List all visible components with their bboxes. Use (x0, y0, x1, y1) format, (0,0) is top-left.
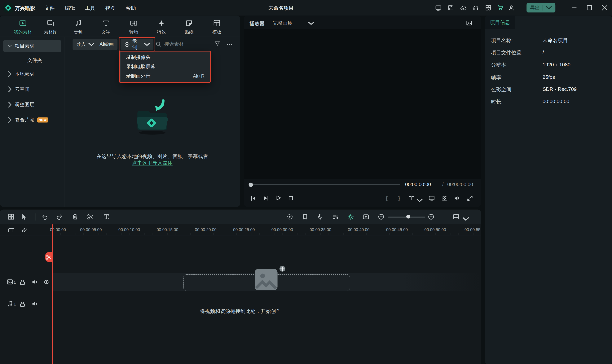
second-monitor-icon[interactable] (429, 195, 435, 201)
ruler-label: 00:00:20:00 (195, 227, 217, 232)
cart-icon[interactable] (496, 3, 505, 12)
media-panel: 我的素材 素材库 音频 文字 转场 特效 贴纸 模板 项目素材 文件夹 本地素材 (0, 16, 240, 207)
display-device-icon[interactable] (434, 3, 443, 12)
chevron-down-icon[interactable] (417, 197, 423, 204)
sidebar-item-project-media[interactable]: 项目素材 (3, 40, 61, 52)
menu-item-help[interactable]: 帮助 (126, 5, 136, 12)
sidebar-item-cloud-space[interactable]: 云空间 (3, 84, 61, 95)
tab-my-media[interactable]: 我的素材 (9, 16, 37, 37)
filter-icon[interactable] (214, 40, 221, 47)
tab-text[interactable]: 文字 (92, 16, 120, 37)
menu-item-view[interactable]: 视图 (105, 5, 116, 12)
tab-stickers[interactable]: 贴纸 (175, 16, 203, 37)
sidebar-item-folder[interactable]: 文件夹 (3, 55, 61, 65)
previous-frame-button[interactable] (250, 195, 257, 201)
zoom-in-icon[interactable] (428, 213, 434, 220)
template-icon (213, 20, 221, 27)
playhead-line[interactable] (52, 224, 52, 364)
current-time: 00:00:00:00 (405, 182, 431, 187)
audio-mixer-icon[interactable] (332, 213, 339, 220)
playback-progress-handle[interactable] (249, 183, 253, 187)
keyframe-icon[interactable] (363, 213, 369, 220)
sidebar-item-compound-clip[interactable]: 复合片段 NEW (3, 114, 61, 126)
render-preview-icon[interactable] (286, 213, 293, 220)
delete-icon[interactable] (72, 213, 78, 220)
menu-item-record-camera[interactable]: 录制摄像头 (120, 52, 210, 62)
link-clips-icon[interactable] (21, 227, 28, 233)
more-options-icon[interactable] (226, 41, 233, 48)
menu-item-record-screen[interactable]: 录制电脑屏幕 (120, 62, 210, 71)
record-button[interactable]: 录制 (120, 39, 153, 50)
import-media-link[interactable]: 点击这里导入媒体 (132, 160, 172, 166)
minimize-button[interactable] (568, 3, 580, 13)
search-input[interactable] (164, 41, 200, 47)
maximize-button[interactable] (584, 3, 595, 13)
playback-progress-track[interactable] (250, 184, 400, 185)
ruler-ticks (52, 233, 481, 235)
playhead-scissors-handle[interactable] (45, 252, 52, 262)
track-manager-icon[interactable] (453, 213, 459, 220)
mark-in-icon[interactable]: { (386, 195, 388, 201)
lock-track-icon[interactable] (19, 301, 26, 308)
support-headset-icon[interactable] (472, 3, 480, 12)
import-button[interactable]: 导入 (73, 39, 98, 50)
preview-image-icon[interactable] (466, 20, 472, 26)
video-track-number: 1 (13, 280, 16, 285)
play-button[interactable] (275, 195, 281, 201)
fullscreen-icon[interactable] (467, 195, 473, 201)
account-icon[interactable] (507, 3, 516, 12)
video-track-icon (7, 279, 13, 285)
add-text-icon[interactable] (103, 213, 110, 220)
volume-icon[interactable] (454, 195, 460, 201)
next-frame-button[interactable] (263, 195, 269, 201)
sidebar-item-adjustment-layer[interactable]: 调整图层 (3, 99, 61, 110)
split-preview-icon[interactable] (408, 195, 415, 201)
split-scissors-icon[interactable] (87, 213, 94, 220)
field-value-framerate: 25fps (543, 74, 555, 80)
lock-track-icon[interactable] (19, 279, 26, 286)
snapshot-camera-icon[interactable] (441, 195, 448, 201)
plugins-icon[interactable] (484, 3, 493, 12)
menu-item-edit[interactable]: 编辑 (65, 5, 75, 12)
ambient-light-icon[interactable] (347, 213, 354, 220)
playback-quality-dropdown[interactable]: 完整画质 (273, 20, 314, 26)
redo-icon[interactable] (56, 213, 63, 220)
project-info-panel: 项目信息 项目名称: 未命名项目 项目文件位置: / 分辨率: 1920 x 1… (485, 16, 612, 364)
mark-out-icon[interactable]: } (398, 195, 400, 201)
media-view-toggle-icon[interactable] (8, 213, 14, 220)
import-hint-text: 在这里导入您本地的视频、图片、音频、字幕或者 (65, 153, 240, 160)
add-media-badge-icon[interactable] (279, 265, 286, 272)
add-track-icon[interactable] (8, 227, 14, 233)
chevron-down-icon[interactable] (463, 216, 469, 222)
mute-track-icon[interactable] (32, 279, 38, 285)
menu-item-file[interactable]: 文件 (45, 5, 55, 12)
stop-button[interactable] (288, 195, 294, 201)
timeline-ruler[interactable]: 00:00:00 00:00:05:00 00:00:10:00 00:00:1… (0, 224, 481, 235)
export-button[interactable]: 导出 (526, 3, 555, 13)
hide-track-icon[interactable] (43, 279, 50, 285)
select-cursor-icon[interactable] (21, 213, 28, 220)
tab-templates[interactable]: 模板 (203, 16, 231, 37)
menu-item-tools[interactable]: 工具 (85, 5, 95, 12)
chevron-down-icon (546, 5, 552, 11)
tab-effects[interactable]: 特效 (147, 16, 175, 37)
tab-project-info[interactable]: 项目信息 (485, 16, 515, 29)
timeline-zoom-handle[interactable] (406, 215, 410, 219)
search-icon (155, 41, 162, 47)
zoom-out-icon[interactable] (378, 213, 385, 220)
voiceover-mic-icon[interactable] (317, 213, 324, 220)
ai-paint-button[interactable]: AI绘画 (96, 39, 117, 50)
undo-icon[interactable] (41, 213, 48, 220)
tab-audio[interactable]: 音频 (65, 16, 92, 37)
marker-icon[interactable] (302, 213, 308, 220)
save-icon[interactable] (446, 3, 455, 12)
mute-track-icon[interactable] (32, 300, 38, 307)
menu-item-record-voiceover[interactable]: 录制画外音 Alt+R (120, 71, 210, 81)
close-button[interactable] (599, 3, 611, 13)
transition-icon (130, 20, 137, 27)
menu-bar: 文件 编辑 工具 视图 帮助 (45, 5, 136, 12)
tab-transitions[interactable]: 转场 (120, 16, 147, 37)
cloud-upload-icon[interactable] (459, 3, 468, 12)
sidebar-item-local-media[interactable]: 本地素材 (3, 68, 61, 80)
tab-stock-library[interactable]: 素材库 (37, 16, 65, 37)
